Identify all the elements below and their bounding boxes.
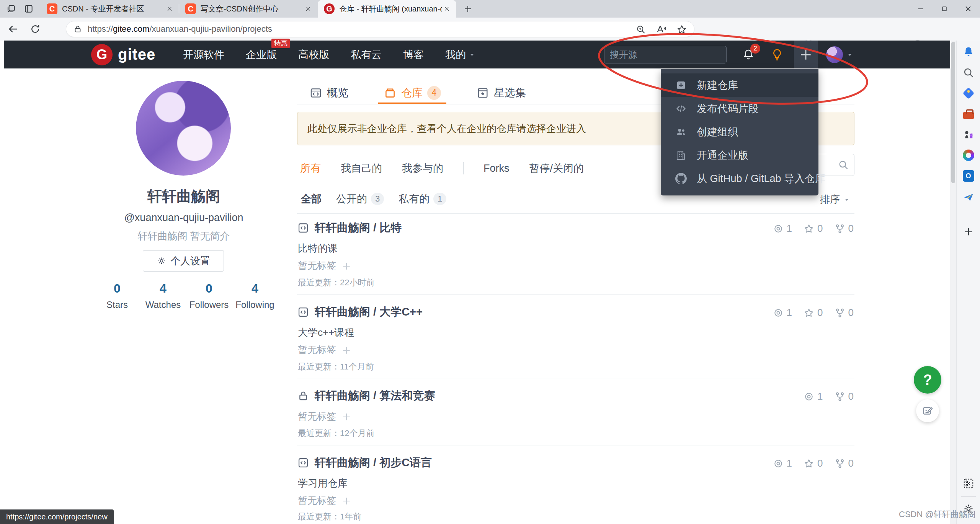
notifications-badge: 2 [750,44,760,54]
fork-count[interactable]: 0 [835,457,854,469]
tab-star-collections[interactable]: 星选集 [476,81,526,104]
tab-actions-icon[interactable] [22,2,35,15]
add-tag-icon[interactable] [341,344,351,355]
fork-count[interactable]: 0 [835,391,854,402]
overview-icon [309,86,322,99]
refresh-button[interactable] [28,21,43,37]
scope-public[interactable]: 公开的3 [336,192,384,206]
stat-following[interactable]: 4Following [232,282,278,310]
scope-all[interactable]: 全部 [301,192,322,206]
sidebar-m365-icon[interactable] [961,148,976,163]
stat-value: 0 [94,282,140,296]
close-tab-icon[interactable] [442,4,452,14]
star-count[interactable]: 0 [804,457,823,469]
menu-item-import-repository[interactable]: 从 GitHub / GitLab 导入仓库 [661,167,818,190]
feedback-button[interactable] [916,399,939,422]
filter-mine[interactable]: 我自己的 [341,161,382,175]
stat-label: Following [232,299,278,310]
favorite-star-icon[interactable] [676,24,687,35]
sidebar-shopping-tag-icon[interactable] [961,86,976,101]
repo-link[interactable]: 轩轩曲觞阁 / 比特 [297,220,402,236]
watch-count[interactable]: 1 [804,391,823,402]
repo-tags: 暂无标签 [298,410,351,423]
scrollbar-thumb[interactable] [951,42,955,183]
sidebar-outlook-icon[interactable]: O [961,168,976,184]
stat-label: Stars [94,299,140,310]
add-tag-icon[interactable] [341,495,351,506]
sidebar-search-icon[interactable] [961,65,976,80]
repo-link[interactable]: 轩轩曲觞阁 / 初步C语言 [297,455,432,470]
close-window-button[interactable] [956,0,980,18]
user-avatar[interactable] [826,46,843,63]
tab-csdn-home[interactable]: C CSDN - 专业开发者社区 [41,0,179,18]
close-tab-icon[interactable] [303,4,313,14]
repo-link[interactable]: 轩轩曲觞阁 / 算法和竞赛 [297,388,435,404]
lightbulb-icon[interactable] [770,48,784,62]
nav-link-mine[interactable]: 我的 [445,48,476,62]
sidebar-add-icon[interactable] [961,224,976,239]
notifications-bell-icon[interactable]: 2 [742,48,755,61]
edit-note-icon [921,405,934,417]
minimize-button[interactable] [909,0,933,18]
menu-item-enterprise[interactable]: 开通企业版 [661,143,818,167]
filter-participated[interactable]: 我参与的 [402,161,443,175]
nav-link-education[interactable]: 高校版 [298,48,329,62]
nav-link-opensource[interactable]: 开源软件 [183,48,224,62]
tab-repositories[interactable]: 仓库4 [384,81,441,104]
filter-forks[interactable]: Forks [483,163,510,174]
tab-title: CSDN - 专业开发者社区 [62,4,165,14]
star-count[interactable]: 0 [804,307,823,319]
menu-item-create-organization[interactable]: 创建组织 [661,120,818,143]
back-button[interactable] [5,21,21,37]
nav-link-enterprise[interactable]: 企业版特惠 [246,48,277,62]
fork-count[interactable]: 0 [835,223,854,234]
help-button[interactable]: ? [914,366,941,394]
new-tab-button[interactable] [460,1,475,16]
nav-link-blog[interactable]: 博客 [403,48,424,62]
maximize-button[interactable] [933,0,956,18]
personal-settings-button[interactable]: 个人设置 [143,250,224,272]
gitee-search-input[interactable] [604,46,727,63]
watch-count[interactable]: 1 [773,457,792,469]
star-count[interactable]: 0 [804,223,823,234]
close-tab-icon[interactable] [165,4,175,14]
create-plus-button[interactable] [794,41,818,68]
nav-link-private-cloud[interactable]: 私有云 [351,48,382,62]
avatar-caret-icon[interactable] [846,51,854,59]
stat-stars[interactable]: 0Stars [94,282,140,310]
filter-paused-closed[interactable]: 暂停/关闭的 [529,161,584,175]
page-scrollbar[interactable] [950,41,956,524]
workspaces-icon[interactable] [5,2,18,15]
watch-count[interactable]: 1 [773,223,792,234]
repo-link[interactable]: 轩轩曲觞阁 / 大学C++ [297,304,423,320]
profile-avatar-image[interactable] [136,81,231,176]
repo-updated: 最近更新：11个月前 [298,361,374,373]
watch-count[interactable]: 1 [773,307,792,319]
address-bar[interactable]: https://gitee.com/xuanxuan-qujiu-pavilio… [66,21,694,37]
sort-dropdown[interactable]: 排序 [820,193,851,206]
sidebar-screenshot-icon[interactable] [961,476,976,491]
fork-icon [835,308,845,318]
stat-watches[interactable]: 4Watches [140,282,186,310]
sidebar-bell-icon[interactable] [961,44,976,60]
tab-gitee-active[interactable]: G 仓库 - 轩轩曲觞阁 (xuanxuan-qu [318,0,456,18]
sidebar-drop-icon[interactable] [961,190,976,205]
fork-count[interactable]: 0 [835,307,854,319]
stat-followers[interactable]: 0Followers [186,282,232,310]
tab-csdn-editor[interactable]: C 写文章-CSDN创作中心 [179,0,318,18]
add-tag-icon[interactable] [341,260,351,271]
menu-item-new-repository[interactable]: 新建仓库 [661,73,818,97]
gitee-logo[interactable]: G gitee [91,44,155,65]
read-aloud-icon[interactable] [656,24,666,35]
add-tag-icon[interactable] [341,411,351,422]
divider [961,496,976,497]
sidebar-toolbox-icon[interactable] [961,106,976,122]
tab-overview[interactable]: 概览 [309,81,348,104]
csdn-watermark: CSDN @轩轩曲觞阁 [899,509,976,520]
scope-private[interactable]: 私有的1 [399,192,446,206]
zoom-page-icon[interactable] [636,24,646,34]
lock-icon[interactable] [73,24,82,34]
sidebar-games-icon[interactable] [961,127,976,142]
menu-item-code-snippet[interactable]: 发布代码片段 [661,97,818,120]
filter-all[interactable]: 所有 [300,161,321,175]
